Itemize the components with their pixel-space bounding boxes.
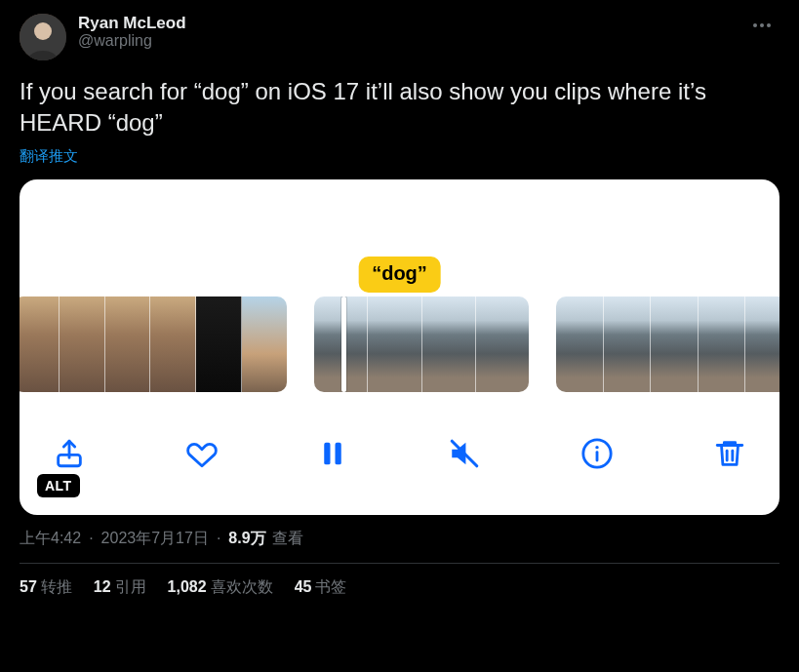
caption-bubble: “dog”: [358, 257, 441, 293]
bookmarks-stat[interactable]: 45书签: [295, 577, 347, 598]
clip-group[interactable]: [556, 296, 779, 392]
svg-point-2: [753, 23, 757, 27]
more-button[interactable]: [744, 8, 779, 43]
display-name[interactable]: Ryan McLeod: [78, 14, 186, 33]
thumbnail: [196, 296, 242, 392]
info-button[interactable]: [580, 437, 614, 470]
handle[interactable]: @warpling: [78, 32, 186, 50]
tweet: Ryan McLeod @warpling If you search for …: [0, 0, 799, 608]
svg-point-4: [767, 23, 771, 27]
author-names: Ryan McLeod @warpling: [78, 14, 186, 50]
likes-stat[interactable]: 1,082喜欢次数: [168, 577, 273, 598]
quotes-stat[interactable]: 12引用: [94, 577, 146, 598]
thumbnail: [556, 296, 604, 392]
svg-point-1: [34, 22, 52, 40]
pause-button[interactable]: [318, 439, 347, 468]
heart-icon: [185, 437, 219, 470]
info-icon: [580, 437, 614, 470]
thumbnail: [105, 296, 151, 392]
thumbnail: [242, 296, 287, 392]
tweet-time[interactable]: 上午4:42: [20, 529, 81, 549]
share-button[interactable]: [53, 437, 86, 470]
retweets-count: 57: [20, 578, 37, 595]
likes-label: 喜欢次数: [211, 578, 273, 595]
media-card[interactable]: “dog”: [20, 179, 779, 515]
views-label: 查看: [272, 529, 303, 549]
media-upper-area: “dog”: [20, 179, 779, 296]
like-button[interactable]: [185, 437, 219, 470]
mute-button[interactable]: [448, 437, 481, 470]
thumbnail: [368, 296, 421, 392]
delete-button[interactable]: [713, 437, 746, 470]
more-icon: [750, 14, 774, 37]
pause-icon: [318, 439, 347, 468]
avatar-image: [20, 14, 66, 60]
separator-dot: [213, 530, 224, 547]
thumbnail: [745, 296, 779, 392]
avatar[interactable]: [20, 14, 66, 60]
separator-dot: [85, 530, 97, 547]
clip-group[interactable]: [20, 296, 287, 392]
tweet-text: If you search for “dog” on iOS 17 it’ll …: [20, 76, 779, 139]
svg-rect-7: [336, 443, 341, 465]
thumbnail: [604, 296, 652, 392]
svg-point-11: [595, 446, 598, 449]
playhead[interactable]: [341, 296, 346, 392]
quotes-count: 12: [94, 578, 111, 595]
trash-icon: [713, 437, 746, 470]
svg-rect-6: [325, 443, 331, 465]
share-icon: [53, 437, 86, 470]
thumbnail: [20, 296, 60, 392]
thumbnail: [476, 296, 529, 392]
retweets-stat[interactable]: 57转推: [20, 577, 72, 598]
quotes-label: 引用: [115, 578, 146, 595]
likes-count: 1,082: [168, 578, 207, 595]
tweet-date[interactable]: 2023年7月17日: [101, 529, 209, 549]
svg-point-3: [760, 23, 764, 27]
translate-link[interactable]: 翻译推文: [20, 147, 779, 166]
tweet-stats: 57转推 12引用 1,082喜欢次数 45书签: [20, 564, 779, 598]
views-count: 8.9万: [228, 529, 265, 549]
tweet-meta: 上午4:42 2023年7月17日 8.9万 查看: [20, 529, 779, 549]
clip-group[interactable]: [314, 296, 529, 392]
speaker-muted-icon: [448, 437, 481, 470]
thumbnail: [422, 296, 476, 392]
bookmarks-count: 45: [295, 578, 312, 595]
tweet-header: Ryan McLeod @warpling: [20, 14, 779, 60]
media-toolbar: [20, 392, 779, 515]
thumbnail: [60, 296, 105, 392]
video-timeline[interactable]: [20, 296, 779, 392]
bookmarks-label: 书签: [315, 578, 346, 595]
alt-badge[interactable]: ALT: [37, 474, 80, 497]
thumbnail: [150, 296, 196, 392]
retweets-label: 转推: [41, 578, 72, 595]
thumbnail: [699, 296, 746, 392]
thumbnail: [651, 296, 699, 392]
